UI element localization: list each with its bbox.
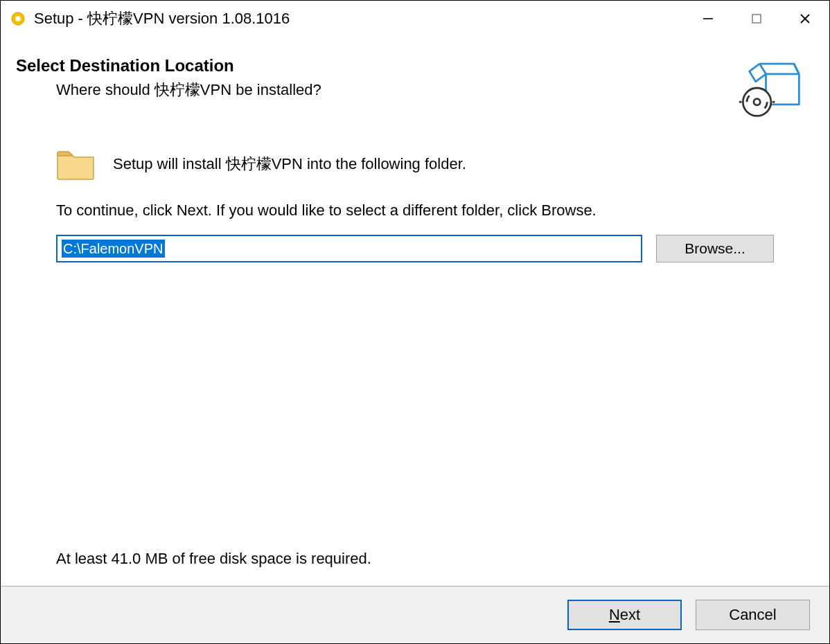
wizard-footer: Next Cancel: [1, 587, 829, 643]
intro-text: Setup will install 快柠檬VPN into the follo…: [113, 154, 466, 175]
titlebar: Setup - 快柠檬VPN version 1.08.1016: [1, 1, 829, 37]
svg-line-6: [794, 64, 799, 74]
close-button[interactable]: [781, 1, 829, 37]
wizard-header: Select Destination Location Where should…: [1, 37, 829, 127]
package-disc-icon: [738, 56, 802, 120]
disk-space-requirement: At least 41.0 MB of free disk space is r…: [56, 550, 774, 568]
setup-window: Setup - 快柠檬VPN version 1.08.1016 Select …: [0, 0, 830, 644]
page-subheading: Where should 快柠檬VPN be installed?: [56, 80, 321, 100]
browse-button[interactable]: Browse...: [656, 235, 774, 262]
destination-path-value: C:\FalemonVPN: [62, 240, 165, 258]
app-icon: [10, 11, 26, 26]
folder-icon: [56, 147, 95, 181]
window-title: Setup - 快柠檬VPN version 1.08.1016: [34, 8, 684, 29]
maximize-button[interactable]: [732, 1, 781, 37]
next-label-rest: ext: [620, 606, 640, 623]
svg-rect-3: [752, 15, 761, 23]
page-heading: Select Destination Location: [16, 56, 321, 75]
next-button[interactable]: Next: [567, 600, 682, 630]
cancel-button[interactable]: Cancel: [696, 600, 810, 630]
svg-point-1: [15, 16, 20, 21]
wizard-content: Setup will install 快柠檬VPN into the follo…: [1, 127, 829, 586]
next-mnemonic: N: [609, 606, 620, 623]
minimize-button[interactable]: [684, 1, 732, 37]
instruction-text: To continue, click Next. If you would li…: [56, 202, 774, 220]
destination-path-input[interactable]: C:\FalemonVPN: [56, 235, 642, 262]
window-controls: [684, 1, 829, 37]
